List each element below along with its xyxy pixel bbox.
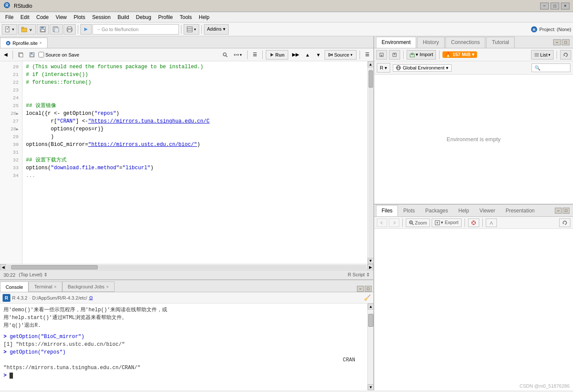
go-next-button[interactable]: ▶▶ xyxy=(290,50,301,60)
load-env-button[interactable] xyxy=(389,50,400,60)
tab-presentation[interactable]: Presentation xyxy=(500,205,540,216)
addins-button[interactable]: Addins ▾ xyxy=(204,24,229,35)
menu-code[interactable]: Code xyxy=(33,13,52,21)
editor-show-in-new[interactable] xyxy=(16,50,25,60)
scroll-up-arrow[interactable]: ▲ xyxy=(368,61,374,67)
console-tab-console[interactable]: Console xyxy=(0,281,29,292)
scroll-right-arrow[interactable]: ▶ xyxy=(367,264,373,270)
memory-badge[interactable]: 🔥 157 MiB ▾ xyxy=(442,51,477,58)
goto-button[interactable] xyxy=(80,24,92,35)
delete-plot-button[interactable] xyxy=(468,218,479,227)
right-maximize[interactable]: □ xyxy=(562,39,570,45)
refresh-button[interactable] xyxy=(559,218,570,227)
h-scroll-track[interactable] xyxy=(7,265,366,269)
menu-edit[interactable]: Edit xyxy=(17,13,33,21)
refresh-env-button[interactable] xyxy=(560,50,571,60)
scroll-down-arrow[interactable]: ▼ xyxy=(368,258,374,264)
tab-connections[interactable]: Connections xyxy=(446,37,486,48)
tab-tutorial[interactable]: Tutorial xyxy=(486,37,515,48)
tab-packages[interactable]: Packages xyxy=(420,205,453,216)
menu-session[interactable]: Session xyxy=(89,13,114,21)
terminal-tab-close[interactable]: × xyxy=(54,285,57,289)
maximize-button[interactable]: □ xyxy=(551,3,559,9)
minimize-button[interactable]: − xyxy=(540,3,549,9)
menu-plots[interactable]: Plots xyxy=(70,13,89,21)
menu-debug[interactable]: Debug xyxy=(133,13,155,21)
search-button[interactable] xyxy=(220,50,230,60)
editor-save[interactable] xyxy=(27,50,37,60)
path-link-icon[interactable]: ⊙ xyxy=(89,295,93,300)
go-down-button[interactable]: ▼ xyxy=(314,50,323,60)
console-welcome-1: 用'demo()'来看一些示范程序，用'help()'来阅读在线帮助文件，或 xyxy=(3,306,364,314)
scroll-track[interactable] xyxy=(369,68,373,257)
close-button[interactable]: × xyxy=(561,3,570,9)
menu-help[interactable]: Help xyxy=(195,13,213,21)
open-file-button[interactable] xyxy=(18,24,36,35)
console-scroll-up[interactable]: ▲ xyxy=(368,303,373,310)
console-win-controls: − □ xyxy=(357,286,373,292)
tab-environment[interactable]: Environment xyxy=(376,37,416,48)
code-content[interactable]: # (This would need the fortunes package … xyxy=(22,61,367,264)
bg-jobs-tab-close[interactable]: × xyxy=(106,285,109,289)
tab-files[interactable]: Files xyxy=(376,205,398,216)
scroll-left-arrow[interactable]: ◀ xyxy=(0,264,6,270)
titlebar: R RStudio − □ × xyxy=(0,0,573,12)
import-button[interactable]: ▾ Import xyxy=(407,50,436,60)
format-list-button[interactable]: List ▾ xyxy=(531,50,554,60)
go-up-button[interactable]: ▲ xyxy=(303,50,312,60)
save-button[interactable] xyxy=(37,24,49,35)
console-scroll-down[interactable]: ▼ xyxy=(368,384,373,390)
format-button[interactable]: ☰ xyxy=(251,50,259,60)
forward-button[interactable] xyxy=(389,218,399,227)
env-selector[interactable]: R ▾ xyxy=(377,63,390,73)
tab-viewer[interactable]: Viewer xyxy=(474,205,500,216)
console-tab-terminal[interactable]: Terminal × xyxy=(29,281,62,292)
h-scroll-thumb[interactable] xyxy=(11,265,98,269)
addins-label: Addins ▾ xyxy=(207,26,226,32)
run-button[interactable]: Run xyxy=(266,50,288,60)
console-minimize[interactable]: − xyxy=(357,286,364,292)
zoom-button[interactable]: Zoom xyxy=(406,218,430,227)
menu-tools[interactable]: Tools xyxy=(176,13,195,21)
tab-history[interactable]: History xyxy=(417,37,444,48)
workspace-button[interactable]: ▾ xyxy=(184,24,199,35)
rb-maximize[interactable]: □ xyxy=(563,208,570,214)
save-env-button[interactable] xyxy=(376,50,387,60)
tab-help[interactable]: Help xyxy=(453,205,474,216)
console-maximize[interactable]: □ xyxy=(365,286,372,292)
code-tools-button[interactable]: ▾ xyxy=(232,50,244,60)
export-button[interactable]: ▾ Export xyxy=(432,218,462,227)
clear-console-button[interactable]: 🧹 xyxy=(364,294,371,301)
menu-build[interactable]: Build xyxy=(114,13,133,21)
editor-level[interactable]: (Top Level) ⇕ xyxy=(19,272,48,278)
editor-menu-button[interactable]: ☰ xyxy=(363,50,372,60)
editor-filetype[interactable]: R Script ⇕ xyxy=(348,272,370,278)
editor-tab-close[interactable]: × xyxy=(39,41,42,45)
back-button[interactable] xyxy=(377,218,387,227)
right-minimize[interactable]: − xyxy=(553,39,561,45)
menu-profile[interactable]: Profile xyxy=(155,13,176,21)
editor-hscrollbar[interactable]: ◀ ▶ xyxy=(0,264,373,270)
env-search[interactable] xyxy=(532,63,570,72)
new-file-button[interactable]: ▾ xyxy=(2,24,17,35)
console-scroll-thumb[interactable] xyxy=(368,314,373,327)
scroll-thumb[interactable] xyxy=(369,70,373,88)
console-vscrollbar[interactable]: ▲ ▼ xyxy=(367,303,373,390)
editor-back-button[interactable]: ◀ xyxy=(2,50,10,60)
editor-tab-rprofile[interactable]: R Rprofile.site × xyxy=(0,38,48,48)
print-button[interactable] xyxy=(64,24,76,35)
console-tab-background-jobs[interactable]: Background Jobs × xyxy=(62,281,115,292)
publish-button[interactable] xyxy=(486,218,497,227)
menu-file[interactable]: File xyxy=(2,13,17,21)
global-env-selector[interactable]: Global Environment ▾ xyxy=(393,64,452,72)
source-button[interactable]: Source ▾ xyxy=(325,50,357,60)
save-all-button[interactable] xyxy=(50,24,63,35)
goto-function-input[interactable]: → Go to file/function xyxy=(92,24,179,35)
rb-minimize[interactable]: − xyxy=(555,208,562,214)
tab-plots[interactable]: Plots xyxy=(398,205,420,216)
menu-view[interactable]: View xyxy=(52,13,70,21)
source-on-save-checkbox[interactable] xyxy=(38,52,44,57)
console-scroll-track[interactable] xyxy=(368,310,373,384)
source-on-save-label[interactable]: Source on Save xyxy=(38,52,79,57)
editor-vscrollbar[interactable]: ▲ ▼ xyxy=(367,61,373,264)
